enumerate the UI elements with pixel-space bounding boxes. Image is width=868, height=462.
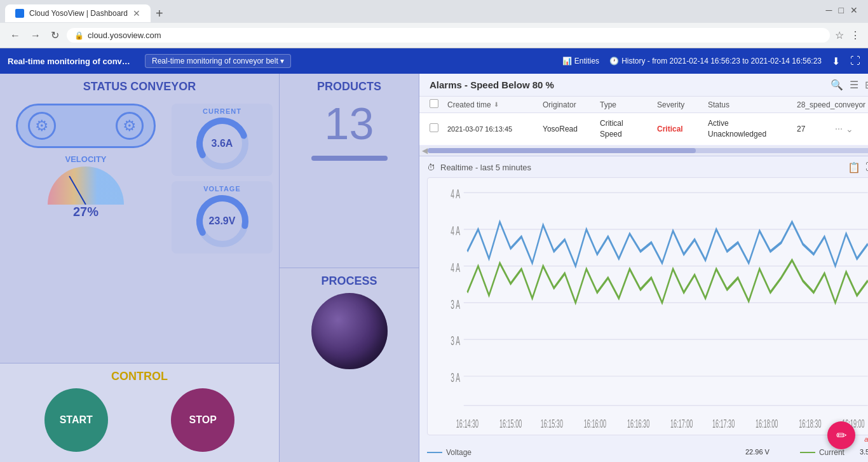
minimize-button[interactable]: ─ — [826, 5, 832, 15]
header-checkbox[interactable] — [430, 99, 438, 108]
download-icon[interactable]: ⬇ — [832, 55, 840, 67]
chart-download-icon[interactable]: 📋 — [848, 161, 860, 173]
forward-button[interactable]: → — [28, 27, 43, 44]
process-section: PROCESS — [280, 268, 419, 462]
fullscreen-icon[interactable]: ⛶ — [850, 55, 860, 67]
stop-button[interactable]: STOP — [171, 388, 234, 452]
current-legend-label: Current — [819, 448, 844, 457]
products-section: PRODUCTS 13 — [280, 74, 419, 268]
chart-body: 4 A 4 A 4 A 3 A 3 A 3 A 25 V 24 V 24 V 2… — [427, 177, 868, 435]
menu-icon[interactable]: ⋮ — [850, 29, 860, 41]
products-count: 13 — [325, 99, 374, 149]
alarms-section: Alarms - Speed Below 80 % 🔍 ☰ ⊞ Created … — [419, 74, 868, 156]
gear-left-icon: ⚙ — [28, 112, 56, 140]
row-actions: ⋯ ⌄ — [835, 124, 868, 134]
svg-text:3 A: 3 A — [451, 333, 460, 348]
status-content: ⚙ ⚙ VELOCITY 27% — [0, 97, 279, 363]
svg-text:16:16:30: 16:16:30 — [627, 417, 649, 430]
chart-svg: 4 A 4 A 4 A 3 A 3 A 3 A 25 V 24 V 24 V 2… — [428, 178, 868, 435]
start-button[interactable]: START — [44, 388, 108, 452]
row-id: 27 — [797, 125, 835, 133]
main-content: STATUS CONVEYOR ⚙ ⚙ VELOCITY 27% — [0, 74, 868, 462]
reload-button[interactable]: ↻ — [48, 27, 62, 44]
table-row: 2021-03-07 16:13:45 YosoRead CriticalSpe… — [419, 113, 868, 146]
conveyor-visual: ⚙ ⚙ VELOCITY 27% — [0, 97, 172, 363]
voltage-legend-label: Voltage — [446, 448, 471, 457]
scrollbar-track — [428, 148, 868, 153]
scrollbar-area: ◀ ▶ — [419, 146, 868, 156]
new-tab-button[interactable]: + — [151, 5, 168, 22]
chart-legend: Voltage 22.96 V Current 3.5 A — [427, 444, 868, 457]
svg-text:4 A: 4 A — [451, 186, 460, 201]
alarms-icons: 🔍 ☰ ⊞ — [831, 79, 868, 91]
svg-text:16:17:00: 16:17:00 — [670, 417, 693, 430]
left-panel: STATUS CONVEYOR ⚙ ⚙ VELOCITY 27% — [0, 74, 280, 462]
alarms-title: Alarms - Speed Below 80 % — [430, 79, 831, 90]
fab-edit-button[interactable]: ✏ — [827, 421, 855, 449]
svg-text:16:16:00: 16:16:00 — [584, 417, 606, 430]
chart-title-area: ⏱ Realtime - last 5 minutes — [427, 163, 848, 172]
status-section: STATUS CONVEYOR ⚙ ⚙ VELOCITY 27% — [0, 74, 279, 363]
header-right: 📊 Entities 🕐 History - from 2021-02-14 1… — [562, 55, 860, 67]
svg-text:3 A: 3 A — [451, 370, 460, 384]
address-bar[interactable]: 🔒 cloud.yosoview.com — [67, 28, 830, 43]
svg-text:3 A: 3 A — [451, 296, 460, 311]
back-button[interactable]: ← — [8, 27, 23, 44]
middle-panel: PRODUCTS 13 PROCESS — [280, 74, 419, 462]
close-button[interactable]: ✕ — [850, 5, 858, 15]
avg-label: avg — [864, 435, 868, 443]
alarms-table-header: Created time ⬇ Originator Type Severity … — [419, 97, 868, 113]
favicon-icon — [15, 9, 24, 18]
maximize-button[interactable]: □ — [839, 5, 844, 15]
gear-right-icon: ⚙ — [116, 112, 144, 140]
voltage-line — [467, 222, 867, 266]
velocity-gauge: 27% — [48, 166, 124, 219]
url-text: cloud.yosoview.com — [88, 31, 161, 40]
row-expand-icon[interactable]: ⌄ — [846, 124, 853, 134]
entities-button[interactable]: 📊 Entities — [562, 57, 599, 65]
alarms-columns-icon[interactable]: ⊞ — [865, 79, 868, 91]
bookmark-icon[interactable]: ☆ — [835, 29, 844, 41]
sort-icon[interactable]: ⬇ — [494, 101, 499, 108]
svg-text:16:18:00: 16:18:00 — [756, 417, 778, 430]
col-originator: Originator — [543, 100, 600, 109]
svg-text:16:17:30: 16:17:30 — [712, 417, 735, 430]
products-bar — [311, 156, 388, 161]
breadcrumb-button[interactable]: Real-time monitoring of conveyor belt ▾ — [145, 54, 291, 68]
right-gauges: CURRENT 3.6A VOLTAGE — [172, 97, 279, 363]
voltage-legend-line — [427, 452, 442, 453]
row-status: ActiveUnacknowledged — [708, 118, 797, 140]
alarms-filter-icon[interactable]: ☰ — [850, 79, 858, 91]
history-button[interactable]: 🕐 History - from 2021-02-14 16:56:23 to … — [609, 57, 822, 65]
row-type: CriticalSpeed — [600, 118, 657, 140]
chart-title: Realtime - last 5 minutes — [440, 163, 531, 172]
svg-text:16:14:30: 16:14:30 — [456, 417, 478, 430]
status-title: STATUS CONVEYOR — [0, 74, 279, 97]
scroll-left-icon[interactable]: ◀ — [422, 146, 428, 155]
velocity-value: 27% — [73, 205, 98, 219]
voltage-gauge-card: VOLTAGE 23.9V — [172, 181, 273, 254]
col-severity: Severity — [657, 100, 708, 109]
voltage-legend-item: Voltage — [427, 448, 471, 457]
current-label: CURRENT — [203, 107, 241, 115]
history-icon: 🕐 — [609, 57, 619, 65]
current-gauge-card: CURRENT 3.6A — [172, 104, 273, 176]
col-id: 28_speed_conveyor — [797, 100, 835, 109]
gauge-bg — [48, 166, 124, 205]
app-header: Real-time monitoring of conveyor b... Re… — [0, 48, 868, 74]
chart-fullscreen-icon[interactable]: ⛶ — [865, 161, 868, 173]
row-more-icon[interactable]: ⋯ — [835, 125, 843, 133]
scrollbar-thumb[interactable] — [428, 148, 696, 153]
row-checkbox[interactable] — [430, 123, 438, 132]
alarms-search-icon[interactable]: 🔍 — [831, 79, 843, 91]
page-title: Real-time monitoring of conveyor b... — [8, 57, 135, 66]
velocity-label: VELOCITY — [65, 154, 106, 164]
current-legend-value: 3.5 A — [860, 448, 868, 457]
chart-icons: 📋 ⛶ — [848, 161, 868, 173]
tab-close-icon[interactable]: ✕ — [133, 8, 140, 18]
svg-text:4 A: 4 A — [451, 223, 460, 238]
browser-tab[interactable]: Cloud YosoView | Dashboard ✕ — [5, 4, 151, 22]
row-originator: YosoRead — [543, 125, 600, 133]
process-title: PROCESS — [321, 275, 377, 293]
entities-icon: 📊 — [562, 57, 572, 65]
